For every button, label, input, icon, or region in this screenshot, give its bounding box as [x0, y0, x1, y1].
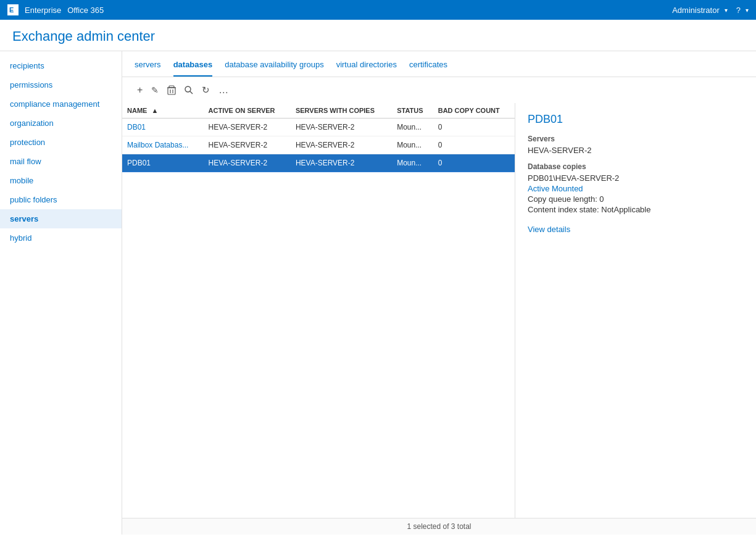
main-content: serversdatabasesdatabase availability gr…: [122, 51, 756, 535]
cell-bad-copy-count: 0: [433, 136, 515, 154]
detail-servers-label: Servers: [528, 135, 744, 143]
sidebar-item-servers[interactable]: servers: [0, 209, 122, 228]
table-row[interactable]: Mailbox Databas...HEVA-SERVER-2HEVA-SERV…: [122, 136, 515, 154]
detail-servers-value: HEVA-SERVER-2: [528, 146, 744, 155]
tab-certificates[interactable]: certificates: [409, 60, 447, 77]
search-button[interactable]: [182, 85, 196, 96]
sidebar-item-recipients[interactable]: recipients: [0, 56, 122, 75]
detail-copies-status[interactable]: Active Mounted: [528, 184, 744, 193]
col-active-on-server[interactable]: ACTIVE ON SERVER: [204, 103, 291, 119]
table-header-row: NAME ▲ ACTIVE ON SERVER SERVERS WITH COP…: [122, 103, 515, 119]
cell-name: Mailbox Databas...: [122, 136, 204, 154]
table-section: NAME ▲ ACTIVE ON SERVER SERVERS WITH COP…: [122, 103, 515, 518]
main-layout: recipientspermissionscompliance manageme…: [0, 51, 756, 535]
table-row[interactable]: PDB01HEVA-SERVER-2HEVA-SERVER-2Moun...0: [122, 154, 515, 172]
page-title-bar: Exchange admin center: [0, 20, 756, 51]
sidebar-item-permissions[interactable]: permissions: [0, 75, 122, 94]
detail-copies-queue: Copy queue length: 0: [528, 194, 744, 204]
page-title: Exchange admin center: [12, 28, 744, 44]
tab-virtual_directories[interactable]: virtual directories: [336, 60, 397, 77]
sidebar-item-organization[interactable]: organization: [0, 114, 122, 133]
tab-servers[interactable]: servers: [135, 60, 161, 77]
detail-title: PDB01: [528, 113, 744, 126]
cell-name: PDB01: [122, 154, 204, 172]
help-dropdown-arrow[interactable]: ▾: [746, 7, 749, 14]
delete-button[interactable]: [165, 84, 178, 96]
col-name[interactable]: NAME ▲: [122, 103, 204, 119]
cell-servers-with-copies: HEVA-SERVER-2: [291, 154, 392, 172]
top-bar: E Enterprise Office 365 Administrator ▾ …: [0, 0, 756, 20]
svg-rect-2: [168, 88, 175, 94]
sub-nav: serversdatabasesdatabase availability gr…: [122, 51, 756, 77]
detail-panel: PDB01 Servers HEVA-SERVER-2 Database cop…: [515, 103, 756, 518]
status-bar: 1 selected of 3 total: [122, 518, 756, 535]
user-name[interactable]: Administrator: [672, 6, 720, 15]
cell-active-on-server: HEVA-SERVER-2: [204, 154, 291, 172]
svg-line-8: [190, 91, 193, 94]
user-dropdown-arrow[interactable]: ▾: [725, 7, 728, 14]
cell-status: Moun...: [392, 119, 433, 136]
cell-bad-copy-count: 0: [433, 119, 515, 136]
cell-bad-copy-count: 0: [433, 154, 515, 172]
cell-servers-with-copies: HEVA-SERVER-2: [291, 119, 392, 136]
help-button[interactable]: ?: [736, 6, 741, 15]
sidebar: recipientspermissionscompliance manageme…: [0, 51, 122, 535]
col-bad-copy-count[interactable]: BAD COPY COUNT: [433, 103, 515, 119]
cell-status: Moun...: [392, 154, 433, 172]
product-name: Office 365: [67, 6, 104, 15]
app-logo: E: [7, 4, 19, 15]
databases-table: NAME ▲ ACTIVE ON SERVER SERVERS WITH COP…: [122, 103, 515, 172]
detail-copies-index: Content index state: NotApplicable: [528, 205, 744, 214]
sidebar-item-hybrid[interactable]: hybrid: [0, 228, 122, 248]
app-name: Enterprise: [25, 6, 61, 15]
cell-status: Moun...: [392, 136, 433, 154]
col-servers-with-copies[interactable]: SERVERS WITH COPIES: [291, 103, 392, 119]
edit-button[interactable]: ✎: [149, 84, 161, 96]
cell-active-on-server: HEVA-SERVER-2: [204, 136, 291, 154]
sidebar-item-mail_flow[interactable]: mail flow: [0, 152, 122, 171]
sidebar-item-protection[interactable]: protection: [0, 133, 122, 152]
detail-copies-path: PDB01\HEVA-SERVER-2: [528, 173, 744, 183]
tab-databases[interactable]: databases: [173, 60, 213, 77]
refresh-button[interactable]: ↻: [199, 83, 212, 97]
table-area: NAME ▲ ACTIVE ON SERVER SERVERS WITH COP…: [122, 103, 756, 518]
sidebar-item-compliance_management[interactable]: compliance management: [0, 94, 122, 114]
svg-point-7: [185, 86, 191, 92]
toolbar: + ✎ ↻ …: [122, 77, 756, 103]
more-button[interactable]: …: [216, 83, 231, 97]
detail-copies-label: Database copies: [528, 162, 744, 171]
cell-servers-with-copies: HEVA-SERVER-2: [291, 136, 392, 154]
cell-active-on-server: HEVA-SERVER-2: [204, 119, 291, 136]
col-status[interactable]: STATUS: [392, 103, 433, 119]
svg-text:E: E: [9, 6, 14, 14]
table-row[interactable]: DB01HEVA-SERVER-2HEVA-SERVER-2Moun...0: [122, 119, 515, 136]
sidebar-item-public_folders[interactable]: public folders: [0, 190, 122, 209]
top-bar-right: Administrator ▾ ? ▾: [672, 6, 749, 15]
cell-name: DB01: [122, 119, 204, 136]
status-text: 1 selected of 3 total: [407, 522, 471, 531]
view-details-link[interactable]: View details: [528, 225, 570, 234]
add-button[interactable]: +: [135, 83, 145, 97]
tab-database_availability_groups[interactable]: database availability groups: [225, 60, 323, 77]
sidebar-item-mobile[interactable]: mobile: [0, 171, 122, 190]
